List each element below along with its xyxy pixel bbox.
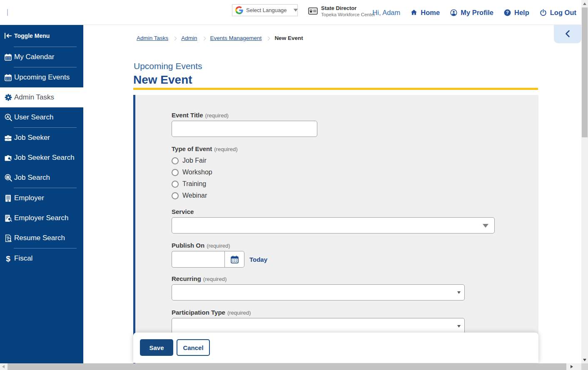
breadcrumb-link-events-management[interactable]: Events Management <box>210 35 262 41</box>
google-logo-icon <box>235 6 243 14</box>
log-out-label: Log Out <box>550 9 576 17</box>
scroll-right-arrow-icon[interactable] <box>571 365 573 368</box>
gear-icon <box>4 93 12 102</box>
user-search-icon <box>4 113 12 122</box>
role-title: State Director <box>321 5 375 12</box>
home-icon <box>410 9 418 16</box>
calendar-icon <box>4 53 12 61</box>
type-of-event-label: Type of Event(required) <box>172 145 538 153</box>
sidebar-item-my-calendar[interactable]: My Calendar <box>0 47 83 67</box>
workshop-radio[interactable] <box>172 169 179 176</box>
recurring-select[interactable] <box>172 284 465 300</box>
dollar-icon: $ <box>4 255 12 263</box>
breadcrumb-link-admin-tasks[interactable]: Admin Tasks <box>137 35 168 41</box>
scroll-up-arrow-icon[interactable] <box>583 2 586 5</box>
briefcase-icon <box>4 134 12 142</box>
job-fair-radio[interactable] <box>172 157 179 164</box>
svg-text:?: ? <box>506 10 509 15</box>
log-out-link[interactable]: Log Out <box>539 9 576 17</box>
toggle-menu-icon <box>4 32 12 39</box>
app-root: Select Language State Director Topeka Wo… <box>0 0 588 370</box>
page-title: New Event <box>133 73 192 87</box>
sidebar: Toggle Menu My Calendar <box>0 25 83 363</box>
home-label: Home <box>421 9 440 17</box>
cancel-button[interactable]: Cancel <box>177 339 210 356</box>
briefcase-search-icon <box>4 154 12 161</box>
my-profile-link[interactable]: My Profile <box>450 9 493 17</box>
power-icon <box>539 9 547 17</box>
sidebar-item-employer[interactable]: Employer <box>0 188 83 208</box>
collapse-panel-button[interactable] <box>554 24 581 43</box>
scroll-left-arrow-icon[interactable] <box>2 365 5 368</box>
chevron-right-icon <box>173 36 177 40</box>
calendar-picker-button[interactable] <box>224 251 244 268</box>
help-label: Help <box>514 9 529 17</box>
radio-option-job-fair[interactable]: Job Fair <box>172 155 538 166</box>
sidebar-item-job-seeker-search[interactable]: Job Seeker Search <box>0 148 83 168</box>
publish-on-field: Today <box>172 251 538 268</box>
calendar-icon <box>230 255 239 264</box>
topbar-nav: Hi, Adam Home My Profile <box>372 0 576 25</box>
publish-on-label: Publish On(required) <box>172 242 538 249</box>
form-action-bar: Save Cancel <box>133 333 538 363</box>
chevron-down-icon <box>457 325 461 328</box>
chevron-left-icon <box>565 30 570 37</box>
training-radio[interactable] <box>172 181 179 188</box>
sidebar-item-user-search[interactable]: User Search <box>0 107 83 127</box>
sidebar-item-fiscal[interactable]: $ Fiscal <box>0 248 83 268</box>
user-greeting: Hi, Adam <box>372 9 400 17</box>
id-card-icon <box>308 7 318 15</box>
type-of-event-radio-group: Job Fair Workshop Training Webinar <box>172 155 538 201</box>
sidebar-item-upcoming-events[interactable]: Upcoming Events <box>0 67 83 87</box>
chevron-right-icon <box>202 36 206 40</box>
radio-option-webinar[interactable]: Webinar <box>172 190 538 201</box>
sidebar-item-job-seeker[interactable]: Job Seeker <box>0 128 83 148</box>
sidebar-item-job-search[interactable]: Job Search <box>0 168 83 188</box>
horizontal-scrollbar[interactable] <box>0 363 581 370</box>
job-search-icon <box>4 174 12 182</box>
gold-divider <box>133 88 538 90</box>
participation-type-label: Participation Type(required) <box>172 309 538 316</box>
participation-type-select[interactable] <box>172 318 465 334</box>
sidebar-item-employer-search[interactable]: Employer Search <box>0 208 83 228</box>
logo-mark <box>7 9 8 16</box>
vertical-scrollbar-thumb[interactable] <box>582 7 588 137</box>
scroll-down-arrow-icon[interactable] <box>583 359 586 361</box>
radio-option-training[interactable]: Training <box>172 178 538 190</box>
event-title-label: Event Title(required) <box>172 112 538 119</box>
topbar: Select Language State Director Topeka Wo… <box>0 0 588 25</box>
breadcrumb-current: New Event <box>274 35 303 41</box>
user-role-badge: State Director Topeka Workforce Center <box>308 5 375 17</box>
sidebar-item-toggle-menu[interactable]: Toggle Menu <box>0 25 83 47</box>
language-selector[interactable]: Select Language <box>232 4 298 16</box>
home-link[interactable]: Home <box>410 9 440 17</box>
breadcrumb-link-admin[interactable]: Admin <box>181 35 197 41</box>
chevron-right-icon <box>266 36 270 40</box>
breadcrumb: Admin Tasks Admin Events Management New … <box>137 35 303 41</box>
language-selector-label: Select Language <box>246 7 287 13</box>
new-event-form-panel: Event Title(required) Type of Event(requ… <box>133 95 538 363</box>
chevron-down-icon <box>294 9 298 12</box>
section-supertitle: Upcoming Events <box>134 61 202 71</box>
profile-icon <box>450 9 458 17</box>
chevron-down-icon <box>483 224 488 228</box>
help-link[interactable]: ? Help <box>503 9 529 17</box>
role-subtitle: Topeka Workforce Center <box>321 12 375 17</box>
sidebar-item-resume-search[interactable]: Resume Search <box>0 228 83 248</box>
publish-on-date-input[interactable] <box>172 251 224 268</box>
event-title-input[interactable] <box>172 121 317 137</box>
my-profile-label: My Profile <box>461 9 493 17</box>
today-link[interactable]: Today <box>249 256 267 263</box>
service-label: Service <box>172 208 538 216</box>
radio-option-workshop[interactable]: Workshop <box>172 166 538 178</box>
sidebar-item-admin-tasks[interactable]: Admin Tasks <box>0 87 83 107</box>
chevron-down-icon <box>457 291 461 294</box>
service-select[interactable] <box>172 217 495 233</box>
horizontal-scrollbar-thumb[interactable] <box>7 363 566 370</box>
save-button[interactable]: Save <box>140 339 173 356</box>
webinar-radio[interactable] <box>172 192 179 199</box>
resume-search-icon <box>4 234 12 242</box>
calendar-icon <box>4 74 12 82</box>
recurring-label: Recurring(required) <box>172 275 538 283</box>
help-icon: ? <box>503 9 511 17</box>
